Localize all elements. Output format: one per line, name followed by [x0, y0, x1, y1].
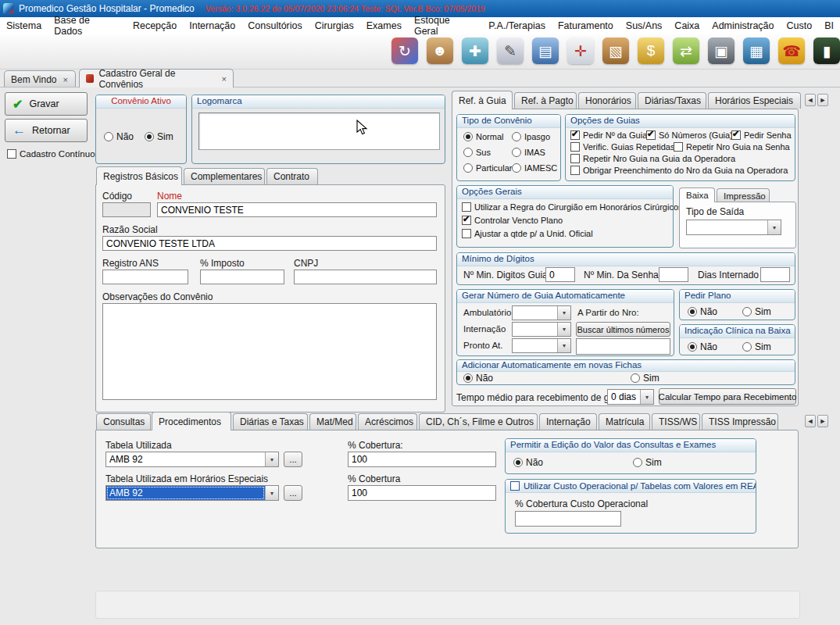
a-partir-do-nro-input[interactable]	[576, 338, 670, 355]
tabela-utilizada-combobox[interactable]: AMB 92 ▾	[105, 452, 279, 467]
close-icon[interactable]: ×	[63, 75, 67, 84]
buscar-ultimos-numeros-button[interactable]: Buscar últimos números	[576, 322, 670, 337]
close-icon[interactable]: ×	[222, 74, 227, 84]
tab-cid-chs-filme-outros[interactable]: CID, Ch´s, Filme e Outros	[419, 413, 538, 430]
menu-item-pa-terapias[interactable]: P.A./Terapias	[482, 18, 552, 34]
tab-diarias-e-taxas[interactable]: Diárias e Taxas	[233, 413, 308, 430]
codigo-input[interactable]	[102, 202, 151, 217]
sync-icon[interactable]: ↻	[391, 38, 418, 64]
logomarca-image-area[interactable]	[198, 112, 440, 150]
tab-acrescimos[interactable]: Acréscimos	[358, 413, 417, 430]
menu-item-faturamento[interactable]: Faturamento	[552, 18, 620, 34]
tab-baixa[interactable]: Baixa	[679, 188, 715, 202]
tab-matricula[interactable]: Matrícula	[599, 413, 650, 430]
tab-tiss-ws[interactable]: TISS/WS	[652, 413, 700, 430]
tab-ref-a-pagto[interactable]: Ref. à Pagto	[514, 92, 577, 109]
registro-ans-input[interactable]	[102, 270, 188, 284]
tab-consultas[interactable]: Consultas	[96, 413, 151, 430]
menu-item-administracao[interactable]: Administração	[706, 18, 780, 34]
cobertura-horarios-input[interactable]	[348, 485, 496, 501]
razao-social-input[interactable]	[102, 236, 437, 251]
menu-item-sus-ans[interactable]: Sus/Ans	[620, 18, 669, 34]
tab-tiss-impressao[interactable]: TISS Impressão	[702, 413, 778, 430]
cnpj-input[interactable]	[294, 270, 437, 284]
tab-complementares[interactable]: Complementares	[184, 168, 265, 184]
tab-ref-a-guia[interactable]: Ref. à Guia	[452, 91, 513, 109]
tipo-saida-combobox[interactable]: ▾	[686, 220, 781, 235]
schedule-icon[interactable]: ▦	[743, 38, 770, 64]
radio-convenio-ativo-sim[interactable]: Sim	[145, 131, 173, 142]
menu-item-custo[interactable]: Custo	[781, 18, 819, 34]
checkbox-verific-guias-repetidas[interactable]: Verific. Guias Repetidas	[570, 142, 674, 152]
checkbox-repetir-nro-guia-senha[interactable]: Repetir Nro Guia na Senha	[674, 142, 790, 152]
radio-iamesc[interactable]: IAMESC	[512, 163, 557, 173]
tabela-browse-button[interactable]: ...	[284, 452, 302, 467]
checkbox-pedir-senha[interactable]: Pedir Senha	[731, 130, 792, 140]
tempo-medio-combobox[interactable]: 0 dias ▾	[607, 389, 654, 405]
bottom-tabs-scroll-right-icon[interactable]: ►	[817, 415, 828, 427]
radio-permitir-sim[interactable]: Sim	[633, 457, 662, 468]
radio-pedir-plano-nao[interactable]: Não	[688, 306, 717, 317]
book-icon[interactable]: ▮	[813, 38, 840, 64]
radio-permitir-nao[interactable]: Não	[513, 457, 543, 468]
radio-sus[interactable]: Sus	[463, 148, 491, 157]
tabela-horarios-especiais-combobox[interactable]: AMB 92 ▾	[105, 485, 279, 501]
bottom-tabs-scroll-left-icon[interactable]: ◄	[805, 415, 816, 427]
ambulance-icon[interactable]: ✛	[567, 38, 594, 64]
tab-impressao[interactable]: Impressão	[717, 188, 770, 202]
internacao-combobox[interactable]: ▾	[512, 322, 571, 337]
tab-registros-basicos[interactable]: Registros Básicos	[96, 166, 182, 185]
radio-particular[interactable]: Particular	[463, 163, 512, 173]
custo-operacional-checkbox[interactable]	[510, 481, 520, 491]
menu-item-consultorios[interactable]: Consultórios	[241, 18, 308, 34]
dropdown-arrow-icon[interactable]: ▾	[557, 323, 570, 336]
radio-convenio-ativo-nao[interactable]: Não	[104, 131, 134, 142]
menu-item-sistema[interactable]: Sistema	[0, 18, 48, 34]
imposto-input[interactable]	[200, 270, 284, 284]
tab-internacao-bottom[interactable]: Internação	[539, 413, 597, 430]
checkbox-controlar-vencto-plano[interactable]: Controlar Vencto Plano	[462, 216, 563, 225]
menu-item-recepcao[interactable]: Recepção	[127, 18, 183, 34]
menu-item-bi[interactable]: BI	[818, 18, 840, 34]
menu-item-caixa[interactable]: Caixa	[668, 18, 706, 34]
dropdown-arrow-icon[interactable]: ▾	[557, 306, 570, 320]
tab-honorarios[interactable]: Honorários	[578, 92, 636, 109]
radio-pedir-plano-sim[interactable]: Sim	[742, 306, 771, 317]
min-senha-input[interactable]	[659, 267, 688, 282]
checkbox-ajustar-qtde[interactable]: Ajustar a qtde p/ a Unid. Oficial	[462, 229, 593, 238]
dropdown-arrow-icon[interactable]: ▾	[265, 452, 278, 466]
billing-icon[interactable]: ⇄	[673, 38, 699, 64]
cadastro-continuo-checkbox[interactable]: Cadastro Contínuo	[7, 149, 95, 159]
dropdown-arrow-icon[interactable]: ▾	[557, 339, 570, 352]
radio-adicionar-sim[interactable]: Sim	[631, 373, 659, 384]
tab-contrato[interactable]: Contrato	[266, 168, 318, 184]
cobertura-input[interactable]	[348, 452, 496, 467]
gravar-button[interactable]: ✔ Gravar	[5, 92, 88, 116]
tabela-horarios-browse-button[interactable]: ...	[284, 485, 302, 501]
nome-input[interactable]	[157, 202, 437, 217]
exams-icon[interactable]: ✎	[497, 38, 524, 64]
cobertura-custo-input[interactable]	[515, 511, 621, 527]
tab-mat-med[interactable]: Mat/Med	[309, 413, 356, 430]
checkbox-pedir-numero-guia[interactable]: Pedir Nº da Guia	[570, 130, 647, 140]
safe-icon[interactable]: ▣	[708, 38, 735, 64]
hospital-bed-icon[interactable]: ▤	[532, 38, 559, 64]
radio-imas[interactable]: IMAS	[512, 148, 545, 157]
tab-horarios-especiais[interactable]: Horários Especiais	[708, 92, 801, 109]
radio-normal[interactable]: Normal	[463, 132, 503, 141]
dropdown-arrow-icon[interactable]: ▾	[640, 390, 653, 404]
min-digitos-guia-input[interactable]	[545, 267, 575, 282]
tab-procedimentos[interactable]: Procedimentos	[152, 412, 231, 430]
tab-bem-vindo[interactable]: Bem Vindo ×	[4, 70, 76, 88]
doctor-icon[interactable]: ✚	[462, 38, 488, 64]
checkbox-so-numeros[interactable]: Só Números (Guia)	[646, 130, 733, 140]
tab-diarias-taxas[interactable]: Diárias/Taxas	[638, 92, 706, 109]
tabs-scroll-left-icon[interactable]: ◄	[805, 94, 816, 106]
ambulatorio-combobox[interactable]: ▾	[512, 305, 571, 320]
retornar-button[interactable]: ← Retornar	[5, 119, 88, 142]
finance-icon[interactable]: $	[638, 38, 664, 64]
dropdown-arrow-icon[interactable]: ▾	[265, 486, 278, 500]
radio-ipasgo[interactable]: Ipasgo	[512, 132, 550, 141]
dias-internado-input[interactable]	[760, 267, 790, 282]
radio-indicacao-nao[interactable]: Não	[688, 341, 717, 352]
